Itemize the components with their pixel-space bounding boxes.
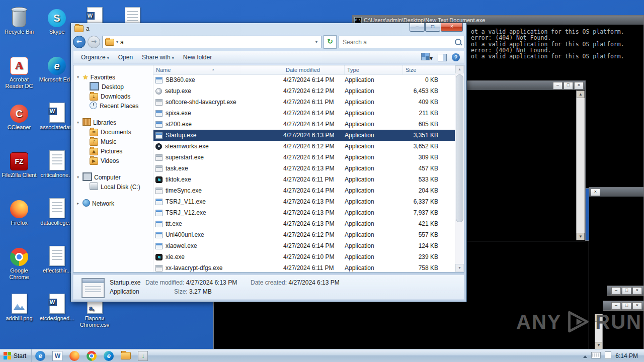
file-row-st200-exe[interactable]: st200.exe4/27/2024 6:14 PMApplication605… bbox=[153, 119, 455, 130]
chevron-down-icon[interactable]: ▾ bbox=[116, 40, 118, 44]
desktop-icon-effectsthir[interactable]: effectsthir... bbox=[38, 244, 75, 274]
close-button[interactable]: × bbox=[632, 287, 642, 295]
back-button[interactable]: ← bbox=[73, 36, 86, 48]
search-input[interactable] bbox=[342, 38, 455, 46]
nav-item-local-disk-c[interactable]: Local Disk (C:) bbox=[73, 182, 153, 192]
collapse-arrow-icon[interactable]: ▾ bbox=[75, 120, 80, 125]
file-row-superstart-exe[interactable]: superstart.exe4/27/2024 6:14 PMApplicati… bbox=[153, 152, 455, 163]
close-button[interactable]: × bbox=[591, 189, 600, 196]
taskbar-folder-icon[interactable] bbox=[117, 349, 134, 362]
nav-group-header-network[interactable]: ▸Network bbox=[73, 199, 153, 208]
file-row-xiaowei-exe[interactable]: xiaowei.exe4/27/2024 6:14 PMApplication1… bbox=[153, 240, 455, 251]
file-row-xx-lavacrypt-dfgs-exe[interactable]: xx-lavacrypt-dfgs.exe4/27/2024 6:11 PMAp… bbox=[153, 262, 455, 272]
keyboard-icon[interactable] bbox=[591, 352, 601, 360]
search-icon[interactable] bbox=[455, 39, 461, 45]
console-2-scrollbar[interactable]: ▲ ▼ bbox=[576, 90, 585, 240]
desktop-icon-associatedata[interactable]: Wassociatedata bbox=[38, 101, 75, 131]
taskbar-internet-explorer-icon[interactable]: e bbox=[32, 349, 49, 362]
nav-item-recent-places[interactable]: Recent Places bbox=[73, 101, 153, 111]
hidden-icons-chevron-icon[interactable] bbox=[583, 352, 587, 359]
file-row-startup-exe[interactable]: Startup.exe4/27/2024 6:13 PMApplication3… bbox=[153, 130, 455, 141]
taskbar-chrome-icon[interactable] bbox=[83, 349, 100, 362]
file-row-task-exe[interactable]: task.exe4/27/2024 6:13 PMApplication457 … bbox=[153, 163, 455, 174]
file-row-softcore-shd-lavacrypt-exe[interactable]: softcore-shd-lavacrypt.exe4/27/2024 6:11… bbox=[153, 97, 455, 108]
nav-item-videos[interactable]: ▶Videos bbox=[73, 156, 153, 165]
nav-item-pictures[interactable]: ▲Pictures bbox=[73, 146, 153, 156]
address-history-dropdown[interactable]: ▼ bbox=[314, 40, 318, 44]
scroll-up-button[interactable]: ▲ bbox=[577, 90, 585, 98]
window-fragment-titlebar[interactable]: – □ × bbox=[607, 286, 644, 296]
maximize-button[interactable]: □ bbox=[622, 287, 631, 295]
column-header-date-modified[interactable]: Date modified bbox=[283, 65, 345, 74]
collapse-arrow-icon[interactable]: ▾ bbox=[75, 75, 80, 79]
desktop-icon-criticalnone[interactable]: criticalnone... bbox=[38, 148, 75, 178]
nav-group-header-libraries[interactable]: ▾Libraries bbox=[73, 118, 153, 127]
maximize-button[interactable]: □ bbox=[425, 23, 440, 32]
taskbar-word-icon[interactable]: W bbox=[49, 349, 66, 362]
minimize-button[interactable]: – bbox=[553, 82, 562, 89]
nav-group-header-favorites[interactable]: ▾★Favorites bbox=[73, 72, 153, 82]
file-row-ttt-exe[interactable]: ttt.exe4/27/2024 6:13 PMApplication421 K… bbox=[153, 218, 455, 229]
taskbar-clock[interactable]: 6:14 PM bbox=[615, 352, 638, 359]
desktop-icon-ccleaner[interactable]: CCCleaner bbox=[1, 101, 38, 131]
file-row-xie-exe[interactable]: xie.exe4/27/2024 6:10 PMApplication239 K… bbox=[153, 251, 455, 262]
scroll-down-button[interactable]: ▼ bbox=[455, 264, 464, 272]
taskbar-edge-icon[interactable]: e bbox=[100, 349, 117, 362]
collapse-arrow-icon[interactable]: ▾ bbox=[75, 175, 80, 179]
desktop-icon-recycle-bin[interactable]: Recycle Bin bbox=[1, 5, 38, 35]
file-row-timesync-exe[interactable]: timeSync.exe4/27/2024 6:14 PMApplication… bbox=[153, 185, 455, 196]
scroll-down-button[interactable]: ▼ bbox=[577, 233, 585, 240]
file-row-spixa-exe[interactable]: spixa.exe4/27/2024 6:14 PMApplication211… bbox=[153, 108, 455, 119]
scroll-up-button[interactable]: ▲ bbox=[455, 65, 464, 73]
desktop-icon-etcdesigned[interactable]: Wetcdesigned... bbox=[38, 292, 75, 322]
desktop-icon-addbill-png[interactable]: addbill.png bbox=[1, 292, 38, 322]
explorer-titlebar[interactable]: a bbox=[71, 23, 466, 34]
column-header-size[interactable]: Size bbox=[403, 65, 444, 74]
minimize-button[interactable]: – bbox=[611, 287, 621, 295]
nav-group-header-computer[interactable]: ▾Computer bbox=[73, 172, 153, 182]
scrollbar-thumb[interactable] bbox=[456, 74, 463, 222]
desktop-icon-datacollege[interactable]: datacollege... bbox=[38, 196, 75, 226]
search-box[interactable] bbox=[339, 36, 464, 48]
desktop-icon-google-chrome[interactable]: Google Chrome bbox=[1, 244, 38, 281]
desktop-icon-firefox[interactable]: Firefox bbox=[1, 196, 38, 226]
desktop-icon-acrobat-reader-dc[interactable]: AAcrobat Reader DC bbox=[1, 53, 38, 89]
help-button[interactable]: ? bbox=[452, 53, 460, 61]
expand-arrow-icon[interactable]: ▸ bbox=[75, 201, 80, 206]
scroll-down-button[interactable]: ▼ bbox=[595, 342, 602, 349]
taskbar-firefox-icon[interactable] bbox=[66, 349, 83, 362]
file-row-sb360-exe[interactable]: SB360.exe4/27/2024 6:14 PMApplication0 K… bbox=[153, 74, 455, 85]
close-button[interactable]: × bbox=[441, 23, 463, 32]
file-list-scrollbar[interactable]: ▲ ▼ bbox=[455, 65, 464, 272]
notes-icon[interactable] bbox=[605, 351, 611, 360]
organize-button[interactable]: Organize▾ bbox=[76, 54, 114, 61]
nav-item-downloads[interactable]: ↓Downloads bbox=[73, 92, 153, 101]
nav-item-desktop[interactable]: Desktop bbox=[73, 82, 153, 92]
file-row-steamworks-exe[interactable]: steamworks.exe4/27/2024 6:12 PMApplicati… bbox=[153, 141, 455, 152]
change-view-button[interactable]: ▾ bbox=[421, 53, 433, 62]
file-row-uni400uni-exe[interactable]: Uni400uni.exe4/27/2024 6:12 PMApplicatio… bbox=[153, 229, 455, 240]
nav-item-music[interactable]: ♪Music bbox=[73, 137, 153, 146]
minimize-button[interactable]: – bbox=[410, 23, 425, 32]
file-row-tsrj-v12-exe[interactable]: TSRJ_V12.exe4/27/2024 6:13 PMApplication… bbox=[153, 207, 455, 218]
breadcrumb[interactable]: a bbox=[120, 39, 124, 46]
file-row-tsrj-v11-exe[interactable]: TSRJ_V11.exe4/27/2024 6:13 PMApplication… bbox=[153, 196, 455, 207]
address-bar[interactable]: ▾ a ▼ bbox=[102, 36, 321, 48]
desktop-icon-skype[interactable]: SSkype bbox=[38, 5, 75, 35]
nav-item-documents[interactable]: ≡Documents bbox=[73, 127, 153, 137]
forward-button[interactable]: → bbox=[88, 36, 100, 48]
column-header-name[interactable]: ▲Name bbox=[153, 65, 283, 74]
start-button[interactable]: Start bbox=[0, 349, 32, 362]
file-row-setup-exe[interactable]: setup.exe4/27/2024 6:12 PMApplication6,4… bbox=[153, 85, 455, 97]
share-with-button[interactable]: Share with▾ bbox=[137, 54, 179, 61]
desktop-icon-filezilla-client[interactable]: FZFileZilla Client bbox=[1, 148, 38, 178]
column-header-type[interactable]: Type bbox=[345, 65, 403, 74]
console-3-titlebar[interactable]: × bbox=[589, 188, 643, 197]
refresh-button[interactable]: ↻ bbox=[324, 35, 337, 49]
close-button[interactable]: × bbox=[574, 82, 584, 89]
new-folder-button[interactable]: New folder bbox=[179, 54, 216, 61]
taskbar-installer-icon[interactable]: ↓ bbox=[134, 349, 151, 362]
maximize-button[interactable]: □ bbox=[564, 82, 573, 89]
preview-pane-button[interactable] bbox=[438, 54, 447, 61]
file-row-tiktok-exe[interactable]: tiktok.exe4/27/2024 6:11 PMApplication53… bbox=[153, 174, 455, 185]
